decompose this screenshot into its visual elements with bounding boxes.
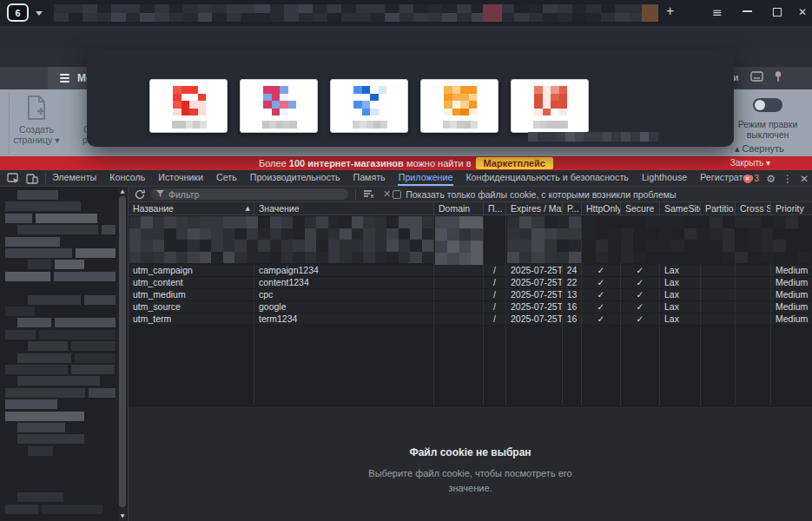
filter-input[interactable] — [168, 189, 342, 200]
cookie-filter — [150, 188, 348, 200]
browser-window: 6 + ≡ ✕ ← Я https:// ?utm_source=google&… — [0, 0, 812, 521]
header-cell-6[interactable]: Р... — [563, 202, 582, 214]
top-site-tile[interactable] — [149, 79, 228, 133]
header-cell-12[interactable]: Priority — [771, 202, 812, 214]
only-problem-cookies-checkbox[interactable] — [393, 190, 401, 199]
header-cell-3[interactable]: Domain — [434, 202, 484, 214]
cell-name: utm_source — [129, 301, 254, 313]
divider — [355, 189, 356, 200]
devtools-tab-консоль[interactable]: Консоль — [109, 170, 146, 186]
header-cell-4[interactable]: П... — [484, 202, 506, 214]
chevron-down-icon[interactable] — [36, 11, 43, 16]
cell-priority: Medium — [771, 289, 812, 300]
top-site-tile[interactable] — [240, 79, 318, 133]
inspect-element-icon[interactable] — [7, 173, 19, 184]
cell-name: utm_term — [129, 313, 254, 325]
header-cell-9[interactable]: SameSite — [660, 202, 701, 214]
cookie-row-utm_source[interactable]: utm_sourcegoogle/2025-07-25T0…16✓✓LaxMed… — [129, 301, 812, 313]
devtools-tab-сеть[interactable]: Сеть — [215, 170, 238, 186]
devtools-tab-приложение[interactable]: Приложение — [398, 170, 454, 186]
cell-same_site: Lax — [660, 265, 701, 276]
devtools-tab-производительность[interactable]: Производительность — [249, 170, 341, 186]
blurred-tab-brown[interactable] — [642, 4, 658, 22]
blurred-cookie-rows[interactable] — [583, 216, 811, 263]
cookie-row-utm_campaign[interactable]: utm_campaigncampaign1234/2025-07-25T0…24… — [129, 265, 812, 277]
banner-close-button[interactable]: Закрыть ▾ — [730, 158, 770, 168]
blurred-cookie-rows[interactable] — [507, 216, 581, 263]
scroll-down-arrow[interactable]: ▼ — [119, 511, 126, 520]
cell-secure: ✓ — [621, 313, 660, 325]
cookie-row-utm_term[interactable]: utm_termterm1234/2025-07-25T0…16✓✓LaxMed… — [129, 313, 812, 326]
cell-partition — [701, 301, 736, 313]
cell-value: campaign1234 — [254, 265, 434, 276]
blurred-tab-red[interactable] — [483, 4, 502, 22]
edit-mode-toggle[interactable] — [753, 98, 782, 112]
cell-size: 16 — [563, 313, 582, 325]
settings-gear-icon[interactable]: ⚙ — [766, 173, 776, 185]
error-count-badge[interactable]: ✕ 3 — [743, 174, 760, 183]
clear-icon[interactable]: ✕ — [383, 188, 391, 200]
cell-path: / — [484, 277, 506, 288]
cell-expires: 2025-07-25T0… — [506, 277, 563, 288]
blurred-site-name — [262, 121, 297, 129]
top-site-tile[interactable] — [511, 79, 589, 133]
only-problem-cookies-label: Показать только файлы cookie, с которыми… — [406, 189, 676, 200]
close-devtools-icon[interactable]: ✕ — [800, 173, 809, 185]
create-page-button[interactable]: Создать страницу ▾ — [5, 95, 68, 145]
edit-mode-label-1: Режим правки — [738, 119, 798, 129]
close-window-button[interactable]: ✕ — [798, 6, 807, 18]
blurred-cookie-rows[interactable] — [129, 216, 433, 263]
browser-menu-icon[interactable]: ≡ — [712, 5, 723, 19]
cell-name: utm_medium — [129, 289, 254, 300]
scrollbar-thumb[interactable] — [119, 196, 126, 507]
cookie-preview-pane: Файл cookie не выбран Выберите файл cook… — [129, 406, 812, 521]
devtools-tab-элементы[interactable]: Элементы — [51, 170, 97, 186]
device-toolbar-icon[interactable] — [26, 173, 38, 184]
cell-secure: ✓ — [621, 289, 660, 300]
cell-name: utm_campaign — [129, 265, 254, 276]
cell-name: utm_content — [129, 277, 254, 288]
cell-partition — [701, 265, 736, 276]
blurred-tabs[interactable] — [54, 4, 658, 22]
cell-expires: 2025-07-25T0… — [506, 313, 563, 325]
application-sidebar-tree[interactable]: ▲ ▼ — [0, 187, 129, 521]
maximize-button[interactable] — [773, 8, 782, 16]
kebab-menu-icon[interactable]: ⋮ — [782, 173, 793, 185]
header-cell-11[interactable]: Cross Site — [736, 202, 771, 214]
new-tab-button[interactable]: + — [666, 3, 674, 19]
header-cell-1[interactable]: Название▲ — [129, 202, 254, 214]
blurred-site-name — [353, 121, 387, 129]
sidebar-scrollbar[interactable]: ▲ ▼ — [118, 187, 127, 521]
cell-same_site: Lax — [660, 289, 701, 300]
header-cell-2[interactable]: Значение — [254, 202, 434, 214]
tab-group-chip[interactable]: 6 — [7, 3, 29, 22]
hotkeys-icon[interactable] — [750, 71, 763, 82]
header-cell-5[interactable]: Expires / Max-... — [506, 202, 563, 214]
edit-mode-block: Режим правки выключен — [728, 96, 808, 140]
devtools-tab-память[interactable]: Память — [352, 170, 386, 186]
blurred-site-name — [443, 121, 478, 129]
error-icon: ✕ — [743, 175, 752, 183]
sort-ascending-icon: ▲ — [246, 205, 250, 212]
cell-value: content1234 — [254, 277, 434, 288]
scroll-up-arrow[interactable]: ▲ — [119, 187, 126, 195]
collapse-panel-button[interactable]: ▴ Свернуть — [735, 143, 784, 155]
cookie-row-utm_content[interactable]: utm_contentcontent1234/2025-07-25T0…22✓✓… — [129, 277, 812, 289]
marketplace-button[interactable]: Маркетплейс — [476, 157, 553, 169]
top-site-tile[interactable] — [330, 79, 408, 133]
refresh-icon[interactable] — [135, 189, 145, 200]
header-cell-7[interactable]: HttpOnly — [582, 202, 621, 214]
cookie-row-utm_medium[interactable]: utm_mediumcpc/2025-07-25T0…13✓✓LaxMedium — [129, 289, 812, 301]
clear-filters-icon[interactable] — [363, 189, 374, 199]
blurred-site-logo — [534, 86, 567, 115]
top-site-tile[interactable] — [420, 79, 498, 133]
header-cell-10[interactable]: Partitio... — [701, 202, 736, 214]
cell-same_site: Lax — [660, 301, 701, 313]
devtools-tab-источники[interactable]: Источники — [157, 170, 204, 186]
devtools-tab-lighthouse[interactable]: Lighthouse — [641, 170, 688, 186]
pin-icon[interactable] — [773, 70, 783, 82]
devtools-tab-конфиденциальность-и-безопасность[interactable]: Конфиденциальность и безопасность — [465, 170, 629, 186]
minimize-button[interactable] — [743, 10, 752, 12]
funnel-icon — [156, 190, 164, 198]
header-cell-8[interactable]: Secure — [621, 202, 660, 214]
